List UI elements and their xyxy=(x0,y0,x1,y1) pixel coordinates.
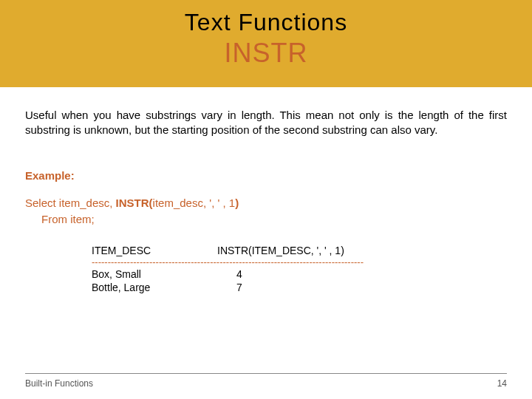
query-func-close: ) xyxy=(235,197,239,209)
slide-title: Text Functions xyxy=(0,9,532,36)
query-from: From item; xyxy=(41,211,95,228)
result-cell-val: 4 xyxy=(217,267,262,282)
result-row: Bottle, Large 7 xyxy=(92,281,507,295)
page-number: 14 xyxy=(497,378,507,389)
sql-query: Select item_desc, INSTR(item_desc, ', ' … xyxy=(25,195,507,228)
result-col1-header: ITEM_DESC xyxy=(92,245,217,256)
result-cell-desc: Box, Small xyxy=(92,267,217,282)
result-row: Box, Small 4 xyxy=(92,267,507,282)
description-text: Useful when you have substrings vary in … xyxy=(0,87,532,138)
result-header-row: ITEM_DESC INSTR(ITEM_DESC, ', ' , 1) xyxy=(92,245,507,256)
footer-left: Built-in Functions xyxy=(25,378,93,389)
slide-subtitle: INSTR xyxy=(0,38,532,69)
query-func-open: INSTR( xyxy=(116,197,153,209)
example-label: Example: xyxy=(25,169,507,182)
result-block: ITEM_DESC INSTR(ITEM_DESC, ', ' , 1) ---… xyxy=(92,245,507,296)
result-col2-header: INSTR(ITEM_DESC, ', ' , 1) xyxy=(217,245,387,256)
query-select: Select item_desc, xyxy=(25,197,116,209)
result-cell-desc: Bottle, Large xyxy=(92,281,217,295)
slide-header: Text Functions INSTR xyxy=(0,0,532,87)
slide-footer: Built-in Functions 14 xyxy=(25,373,507,389)
result-divider: ----------------------------------------… xyxy=(92,256,439,267)
query-args: item_desc, ', ' , 1 xyxy=(153,197,236,209)
result-cell-val: 7 xyxy=(217,281,262,295)
